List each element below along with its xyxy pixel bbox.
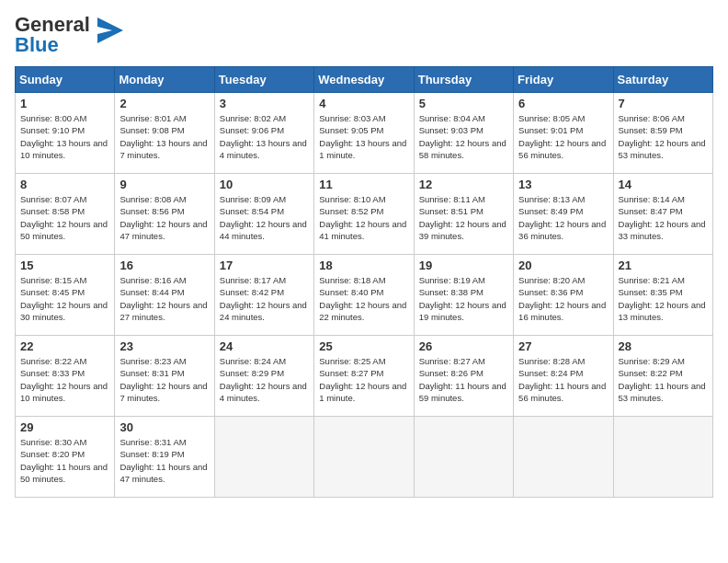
logo: General Blue bbox=[15, 15, 123, 55]
cell-info: Sunrise: 8:09 AMSunset: 8:54 PMDaylight:… bbox=[220, 193, 309, 242]
day-number: 15 bbox=[20, 259, 109, 272]
calendar-cell: 11Sunrise: 8:10 AMSunset: 8:52 PMDayligh… bbox=[314, 174, 414, 255]
cell-info: Sunrise: 8:23 AMSunset: 8:31 PMDaylight:… bbox=[119, 355, 209, 404]
day-number: 17 bbox=[220, 259, 309, 272]
day-of-week-header: Monday bbox=[115, 67, 214, 93]
day-number: 10 bbox=[220, 178, 309, 191]
cell-info: Sunrise: 8:10 AMSunset: 8:52 PMDaylight:… bbox=[319, 193, 408, 242]
day-number: 29 bbox=[20, 420, 109, 434]
calendar-cell: 18Sunrise: 8:18 AMSunset: 8:40 PMDayligh… bbox=[314, 255, 414, 336]
cell-info: Sunrise: 8:30 AMSunset: 8:20 PMDaylight:… bbox=[20, 436, 109, 485]
calendar-cell: 13Sunrise: 8:13 AMSunset: 8:49 PMDayligh… bbox=[514, 174, 613, 255]
day-number: 28 bbox=[619, 339, 708, 353]
day-number: 12 bbox=[419, 178, 508, 191]
cell-info: Sunrise: 8:03 AMSunset: 9:05 PMDaylight:… bbox=[319, 112, 408, 161]
day-of-week-header: Sunday bbox=[16, 67, 115, 93]
cell-info: Sunrise: 8:15 AMSunset: 8:45 PMDaylight:… bbox=[20, 274, 109, 323]
calendar-cell: 17Sunrise: 8:17 AMSunset: 8:42 PMDayligh… bbox=[214, 255, 313, 336]
cell-info: Sunrise: 8:00 AMSunset: 9:10 PMDaylight:… bbox=[20, 112, 109, 161]
day-number: 21 bbox=[619, 259, 708, 272]
logo-arrow-icon bbox=[94, 17, 123, 43]
day-number: 30 bbox=[119, 420, 209, 434]
calendar-cell bbox=[214, 417, 313, 498]
calendar-cell bbox=[414, 417, 513, 498]
logo-text: General Blue bbox=[15, 15, 90, 55]
cell-info: Sunrise: 8:29 AMSunset: 8:22 PMDaylight:… bbox=[619, 355, 708, 404]
cell-info: Sunrise: 8:19 AMSunset: 8:38 PMDaylight:… bbox=[419, 274, 508, 323]
calendar-cell: 16Sunrise: 8:16 AMSunset: 8:44 PMDayligh… bbox=[115, 255, 214, 336]
calendar-week-row: 22Sunrise: 8:22 AMSunset: 8:33 PMDayligh… bbox=[16, 336, 713, 417]
calendar-cell: 23Sunrise: 8:23 AMSunset: 8:31 PMDayligh… bbox=[115, 336, 214, 417]
day-number: 20 bbox=[518, 259, 608, 272]
page-header: General Blue bbox=[15, 15, 713, 55]
cell-info: Sunrise: 8:07 AMSunset: 8:58 PMDaylight:… bbox=[20, 193, 109, 242]
day-number: 23 bbox=[119, 339, 209, 353]
calendar-cell bbox=[514, 417, 613, 498]
day-of-week-header: Wednesday bbox=[314, 67, 414, 93]
day-number: 9 bbox=[119, 178, 209, 191]
day-number: 5 bbox=[419, 97, 508, 110]
calendar-cell bbox=[314, 417, 414, 498]
day-number: 7 bbox=[619, 97, 708, 110]
day-number: 25 bbox=[319, 339, 408, 353]
calendar-cell: 8Sunrise: 8:07 AMSunset: 8:58 PMDaylight… bbox=[16, 174, 115, 255]
cell-info: Sunrise: 8:01 AMSunset: 9:08 PMDaylight:… bbox=[119, 112, 209, 161]
cell-info: Sunrise: 8:25 AMSunset: 8:27 PMDaylight:… bbox=[319, 355, 408, 404]
day-number: 24 bbox=[220, 339, 309, 353]
cell-info: Sunrise: 8:14 AMSunset: 8:47 PMDaylight:… bbox=[619, 193, 708, 242]
day-number: 19 bbox=[419, 259, 508, 272]
day-number: 18 bbox=[319, 259, 408, 272]
day-of-week-header: Saturday bbox=[613, 67, 712, 93]
day-number: 14 bbox=[619, 178, 708, 191]
calendar-cell: 26Sunrise: 8:27 AMSunset: 8:26 PMDayligh… bbox=[414, 336, 513, 417]
day-number: 22 bbox=[20, 339, 109, 353]
cell-info: Sunrise: 8:13 AMSunset: 8:49 PMDaylight:… bbox=[518, 193, 608, 242]
day-number: 13 bbox=[518, 178, 608, 191]
day-number: 3 bbox=[220, 97, 309, 110]
cell-info: Sunrise: 8:24 AMSunset: 8:29 PMDaylight:… bbox=[220, 355, 309, 404]
calendar-cell: 19Sunrise: 8:19 AMSunset: 8:38 PMDayligh… bbox=[414, 255, 513, 336]
cell-info: Sunrise: 8:20 AMSunset: 8:36 PMDaylight:… bbox=[518, 274, 608, 323]
day-number: 11 bbox=[319, 178, 408, 191]
cell-info: Sunrise: 8:11 AMSunset: 8:51 PMDaylight:… bbox=[419, 193, 508, 242]
cell-info: Sunrise: 8:31 AMSunset: 8:19 PMDaylight:… bbox=[119, 436, 209, 485]
day-of-week-header: Friday bbox=[514, 67, 613, 93]
calendar-cell: 6Sunrise: 8:05 AMSunset: 9:01 PMDaylight… bbox=[514, 93, 613, 174]
calendar-week-row: 1Sunrise: 8:00 AMSunset: 9:10 PMDaylight… bbox=[16, 93, 713, 174]
calendar-cell: 10Sunrise: 8:09 AMSunset: 8:54 PMDayligh… bbox=[214, 174, 313, 255]
calendar-cell: 9Sunrise: 8:08 AMSunset: 8:56 PMDaylight… bbox=[115, 174, 214, 255]
day-number: 16 bbox=[119, 259, 209, 272]
day-number: 6 bbox=[518, 97, 608, 110]
calendar-header-row: SundayMondayTuesdayWednesdayThursdayFrid… bbox=[16, 67, 713, 93]
cell-info: Sunrise: 8:08 AMSunset: 8:56 PMDaylight:… bbox=[119, 193, 209, 242]
calendar-cell: 29Sunrise: 8:30 AMSunset: 8:20 PMDayligh… bbox=[16, 417, 115, 498]
day-number: 8 bbox=[20, 178, 109, 191]
calendar-cell: 5Sunrise: 8:04 AMSunset: 9:03 PMDaylight… bbox=[414, 93, 513, 174]
cell-info: Sunrise: 8:17 AMSunset: 8:42 PMDaylight:… bbox=[220, 274, 309, 323]
cell-info: Sunrise: 8:27 AMSunset: 8:26 PMDaylight:… bbox=[419, 355, 508, 404]
calendar-cell: 22Sunrise: 8:22 AMSunset: 8:33 PMDayligh… bbox=[16, 336, 115, 417]
cell-info: Sunrise: 8:22 AMSunset: 8:33 PMDaylight:… bbox=[20, 355, 109, 404]
day-number: 4 bbox=[319, 97, 408, 110]
cell-info: Sunrise: 8:28 AMSunset: 8:24 PMDaylight:… bbox=[518, 355, 608, 404]
calendar-cell: 12Sunrise: 8:11 AMSunset: 8:51 PMDayligh… bbox=[414, 174, 513, 255]
calendar-cell: 28Sunrise: 8:29 AMSunset: 8:22 PMDayligh… bbox=[613, 336, 712, 417]
day-number: 26 bbox=[419, 339, 508, 353]
calendar-cell bbox=[613, 417, 712, 498]
cell-info: Sunrise: 8:05 AMSunset: 9:01 PMDaylight:… bbox=[518, 112, 608, 161]
calendar-cell: 7Sunrise: 8:06 AMSunset: 8:59 PMDaylight… bbox=[613, 93, 712, 174]
svg-marker-0 bbox=[97, 17, 123, 43]
day-number: 2 bbox=[119, 97, 209, 110]
logo-blue: Blue bbox=[15, 33, 59, 56]
calendar-week-row: 29Sunrise: 8:30 AMSunset: 8:20 PMDayligh… bbox=[16, 417, 713, 498]
calendar-cell: 27Sunrise: 8:28 AMSunset: 8:24 PMDayligh… bbox=[514, 336, 613, 417]
calendar-cell: 4Sunrise: 8:03 AMSunset: 9:05 PMDaylight… bbox=[314, 93, 414, 174]
cell-info: Sunrise: 8:04 AMSunset: 9:03 PMDaylight:… bbox=[419, 112, 508, 161]
cell-info: Sunrise: 8:02 AMSunset: 9:06 PMDaylight:… bbox=[220, 112, 309, 161]
day-number: 27 bbox=[518, 339, 608, 353]
cell-info: Sunrise: 8:16 AMSunset: 8:44 PMDaylight:… bbox=[119, 274, 209, 323]
calendar-cell: 14Sunrise: 8:14 AMSunset: 8:47 PMDayligh… bbox=[613, 174, 712, 255]
calendar-table: SundayMondayTuesdayWednesdayThursdayFrid… bbox=[15, 66, 713, 498]
calendar-cell: 30Sunrise: 8:31 AMSunset: 8:19 PMDayligh… bbox=[115, 417, 214, 498]
day-of-week-header: Tuesday bbox=[214, 67, 313, 93]
